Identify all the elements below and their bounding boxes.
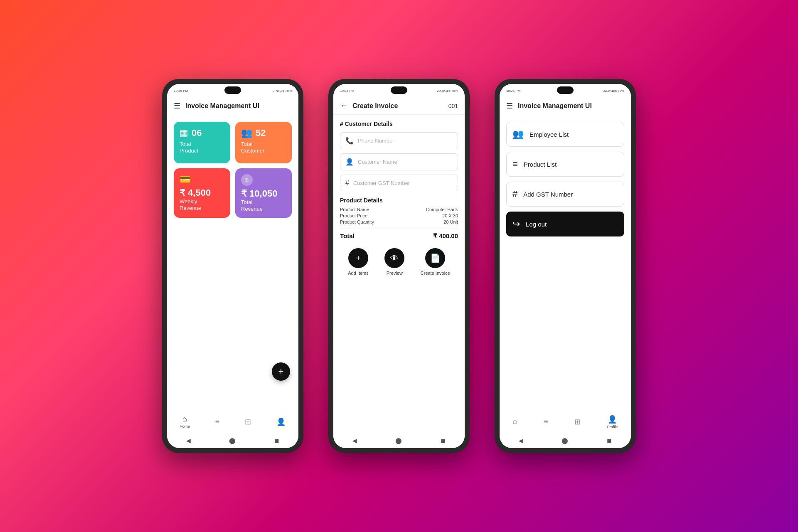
home-btn-1[interactable]: ⬤ xyxy=(229,437,236,444)
nav-list-3[interactable]: ≡ xyxy=(544,417,548,426)
product-details-title: Product Details xyxy=(340,197,458,204)
menu-content: 👥 Employee List ≡ Product List # Add GST… xyxy=(500,115,631,248)
product-icon: ▦ xyxy=(180,128,188,138)
phone-notch-3 xyxy=(557,86,574,94)
bottom-nav-1: ⌂ Home ≡ ⊞ 👤 xyxy=(167,410,298,433)
back-btn-2[interactable]: ◀ xyxy=(352,437,357,444)
total-product-card[interactable]: ▦ 06 TotalProduct xyxy=(174,122,230,163)
action-buttons: + Add Items 👁 Preview 📄 C xyxy=(340,248,458,276)
product-quantity-row: Product Quantity 20 Unit xyxy=(340,219,458,224)
product-price-value: 20 X 30 xyxy=(442,213,458,218)
nav-bank[interactable]: ⊞ xyxy=(245,417,251,426)
total-revenue-icon: $ xyxy=(241,174,253,186)
product-price-label: Product Price xyxy=(340,213,367,218)
app-header-2: ← Create Invoice 001 xyxy=(333,97,465,115)
back-btn-3[interactable]: ◀ xyxy=(519,437,523,444)
add-gst-item[interactable]: # Add GST Number xyxy=(506,182,624,207)
total-customer-card[interactable]: 👥 52 TotalCustomer xyxy=(235,122,292,163)
logout-item[interactable]: ↪ Log out xyxy=(506,212,624,236)
gst-number-field[interactable]: # Customer GST Number xyxy=(340,175,458,191)
create-invoice-button[interactable]: 📄 Create Invoice xyxy=(421,248,450,276)
status-right-2: 20.5KB/s 79% xyxy=(437,89,458,93)
nav-profile-3[interactable]: 👤 Profile xyxy=(607,415,618,429)
stat-icon-row-1: ▦ 06 xyxy=(180,128,202,138)
total-revenue-number: ₹ 10,050 xyxy=(241,188,277,199)
add-gst-label: Add GST Number xyxy=(523,191,573,198)
recents-btn-3[interactable]: ◼ xyxy=(607,437,612,444)
profile-icon-3: 👤 xyxy=(608,415,617,424)
invoice-content: # Customer Details 📞 Phone Number 👤 Cust… xyxy=(333,115,465,281)
list-icon: ≡ xyxy=(215,417,220,426)
employee-list-label: Employee List xyxy=(530,131,569,138)
home-btn-3[interactable]: ⬤ xyxy=(562,437,568,444)
recents-btn-2[interactable]: ◼ xyxy=(441,437,446,444)
employee-icon: 👥 xyxy=(512,129,524,140)
phone-bottom-1: ◀ ⬤ ◼ xyxy=(167,433,298,448)
app-header-3: ☰ Invoice Management UI xyxy=(500,97,631,115)
stat-icon-row-2: 👥 52 xyxy=(241,128,266,138)
fab-icon: + xyxy=(278,366,284,377)
product-details: Product Details Product Name Computer Pa… xyxy=(340,197,458,240)
gst-placeholder: Customer GST Number xyxy=(353,180,410,186)
phone-icon: 📞 xyxy=(345,137,354,145)
employee-list-item[interactable]: 👥 Employee List xyxy=(506,122,624,147)
bottom-nav-3: ⌂ ≡ ⊞ 👤 Profile xyxy=(500,410,631,433)
hamburger-icon-3[interactable]: ☰ xyxy=(506,101,513,111)
dashboard-content: ▦ 06 TotalProduct 👥 52 TotalCustomer xyxy=(167,115,298,231)
product-list-item[interactable]: ≡ Product List xyxy=(506,152,624,177)
customer-placeholder: Customer Name xyxy=(358,159,397,165)
phone-3-screen: 10:26 PM 22.9KB/s 79% ☰ Invoice Manageme… xyxy=(500,84,631,448)
customer-name-field[interactable]: 👤 Customer Name xyxy=(340,153,458,170)
gst-icon: # xyxy=(345,179,349,187)
fab-button[interactable]: + xyxy=(272,362,290,381)
preview-label: Preview xyxy=(387,271,403,276)
add-items-icon: + xyxy=(356,254,361,263)
home-icon: ⌂ xyxy=(182,415,187,424)
weekly-revenue-number: ₹ 4,500 xyxy=(180,187,211,198)
nav-home-label: Home xyxy=(180,424,190,429)
app-title-2: Create Invoice xyxy=(352,102,398,110)
nav-profile[interactable]: 👤 xyxy=(276,417,286,426)
phone-bottom-3: ◀ ⬤ ◼ xyxy=(500,433,631,448)
status-time-1: 10:25 PM xyxy=(174,89,188,93)
back-arrow-icon[interactable]: ← xyxy=(340,101,347,110)
back-btn-1[interactable]: ◀ xyxy=(186,437,191,444)
add-items-icon-circle: + xyxy=(348,248,368,268)
dashboard-screen: ▦ 06 TotalProduct 👥 52 TotalCustomer xyxy=(167,115,298,410)
product-name-value: Computer Parts xyxy=(426,207,458,212)
phone-1: 10:25 PM 0.7KB/s 79% ☰ Invoice Managemen… xyxy=(162,79,303,453)
product-list-label: Product List xyxy=(524,161,557,168)
nav-home-3[interactable]: ⌂ xyxy=(513,417,517,426)
recents-btn-1[interactable]: ◼ xyxy=(274,437,279,444)
total-product-number: 06 xyxy=(192,128,202,138)
create-invoice-screen: # Customer Details 📞 Phone Number 👤 Cust… xyxy=(333,115,465,433)
phone-notch-2 xyxy=(391,86,407,94)
logout-label: Log out xyxy=(526,221,547,228)
hamburger-icon[interactable]: ☰ xyxy=(174,101,180,111)
nav-home[interactable]: ⌂ Home xyxy=(180,415,190,429)
revenue-icon: 💳 xyxy=(180,174,191,185)
total-label: Total xyxy=(340,232,355,240)
stat-icon-row-4: $ xyxy=(241,174,253,186)
stat-icon-row-3: 💳 xyxy=(180,174,191,185)
nav-bank-3[interactable]: ⊞ xyxy=(574,417,581,426)
total-revenue-card[interactable]: $ ₹ 10,050 TotalRevenue xyxy=(235,168,292,218)
profile-label: Profile xyxy=(607,425,618,429)
weekly-revenue-label: WeeklyRevenue xyxy=(180,198,201,211)
phone-number-field[interactable]: 📞 Phone Number xyxy=(340,132,458,149)
invoice-number: 001 xyxy=(448,103,458,109)
logout-icon: ↪ xyxy=(512,219,520,229)
app-title-3: Invoice Management UI xyxy=(518,102,592,110)
home-btn-2[interactable]: ⬤ xyxy=(395,437,402,444)
preview-button[interactable]: 👁 Preview xyxy=(384,248,404,276)
weekly-revenue-card[interactable]: 💳 ₹ 4,500 WeeklyRevenue xyxy=(174,168,230,218)
product-quantity-label: Product Quantity xyxy=(340,219,374,224)
add-items-button[interactable]: + Add Items xyxy=(348,248,369,276)
phone-3: 10:26 PM 22.9KB/s 79% ☰ Invoice Manageme… xyxy=(495,79,636,453)
phone-notch xyxy=(224,86,241,94)
nav-list[interactable]: ≡ xyxy=(215,417,220,426)
total-customer-label: TotalCustomer xyxy=(241,141,264,154)
phone-placeholder: Phone Number xyxy=(358,138,394,144)
total-revenue-label: TotalRevenue xyxy=(241,199,263,212)
home-icon-3: ⌂ xyxy=(513,417,517,426)
